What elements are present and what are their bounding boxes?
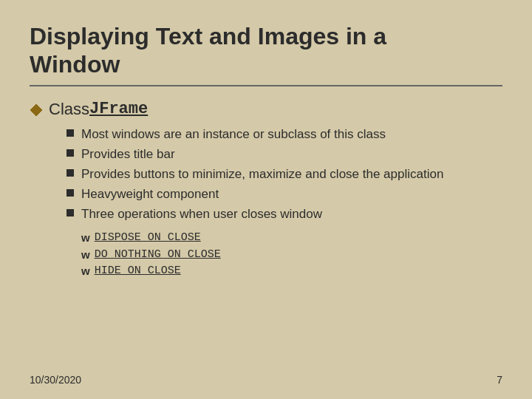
sub-code-text: DISPOSE_ON_CLOSE bbox=[95, 230, 201, 247]
class-name: JFrame bbox=[89, 100, 148, 118]
sub-list-item: w HIDE_ON_CLOSE bbox=[81, 263, 502, 280]
sub-list-item: w DISPOSE_ON_CLOSE bbox=[81, 230, 502, 247]
bullet-list: Most windows are an instance or subclass… bbox=[30, 126, 502, 223]
title-line1: Displaying Text and Images in a bbox=[30, 23, 386, 50]
list-item: Most windows are an instance or subclass… bbox=[66, 126, 502, 143]
bullet-text: Provides buttons to minimize, maximize a… bbox=[81, 166, 443, 183]
class-header: Class JFrame bbox=[30, 100, 502, 119]
bullet-text: Heavyweight component bbox=[81, 186, 219, 203]
title-divider bbox=[30, 85, 502, 86]
sub-list-item: w DO_NOTHING_ON_CLOSE bbox=[81, 247, 502, 264]
bullet-icon bbox=[66, 129, 74, 137]
bullet-icon bbox=[66, 169, 74, 177]
w-bullet-icon: w bbox=[81, 263, 90, 280]
footer: 10/30/2020 7 bbox=[30, 374, 502, 386]
list-item: Heavyweight component bbox=[66, 186, 502, 203]
bullet-icon bbox=[66, 189, 74, 197]
class-label: Class bbox=[49, 100, 89, 119]
list-item: Provides buttons to minimize, maximize a… bbox=[66, 166, 502, 183]
bullet-text: Provides title bar bbox=[81, 146, 175, 163]
sub-code-text: DO_NOTHING_ON_CLOSE bbox=[95, 247, 221, 264]
diamond-icon bbox=[30, 103, 43, 117]
list-item: Three operations when user closes window bbox=[66, 206, 502, 223]
svg-marker-0 bbox=[30, 104, 42, 116]
footer-page: 7 bbox=[497, 374, 502, 386]
bullet-text: Most windows are an instance or subclass… bbox=[81, 126, 386, 143]
bullet-icon bbox=[66, 149, 74, 157]
list-item: Provides title bar bbox=[66, 146, 502, 163]
footer-date: 10/30/2020 bbox=[30, 374, 81, 386]
w-bullet-icon: w bbox=[81, 247, 90, 264]
sub-code-text: HIDE_ON_CLOSE bbox=[95, 263, 181, 280]
w-bullet-icon: w bbox=[81, 230, 90, 247]
class-section: Class JFrame Most windows are an instanc… bbox=[30, 100, 502, 280]
sub-list: w DISPOSE_ON_CLOSE w DO_NOTHING_ON_CLOSE… bbox=[30, 230, 502, 280]
title-line2: Window bbox=[30, 51, 120, 78]
bullet-text: Three operations when user closes window bbox=[81, 206, 322, 223]
slide-title: Displaying Text and Images in a Window bbox=[30, 22, 502, 79]
slide: Displaying Text and Images in a Window C… bbox=[0, 0, 532, 399]
bullet-icon bbox=[66, 209, 74, 216]
